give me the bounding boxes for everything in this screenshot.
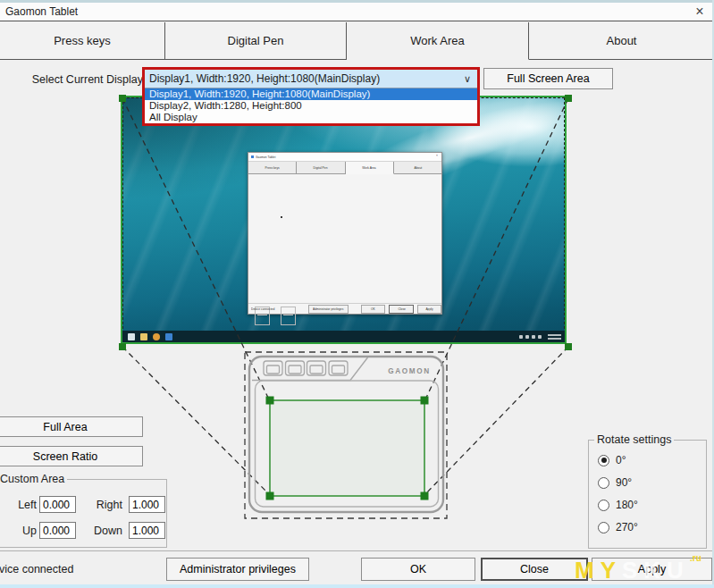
left-field[interactable] bbox=[39, 496, 76, 513]
mini-tab-press-keys: Press keys bbox=[248, 162, 297, 173]
tablet-selection-handles[interactable] bbox=[266, 397, 429, 500]
administrator-privileges-button[interactable]: Administrator privileges bbox=[166, 558, 309, 581]
tray-icon-1 bbox=[519, 335, 523, 339]
gaomon-tablet-window: { "window": { "title": "Gaomon Tablet", … bbox=[0, 0, 714, 588]
display-combobox[interactable]: Display1, Width:1920, Height:1080(MainDi… bbox=[145, 70, 477, 88]
mini-apply-button: Apply bbox=[417, 305, 441, 314]
system-tray bbox=[519, 334, 561, 340]
clock-icon bbox=[548, 334, 561, 340]
tab-press-keys[interactable]: Press keys bbox=[0, 22, 165, 60]
mini-app-icon bbox=[251, 155, 254, 158]
tablet-body-outline bbox=[249, 357, 443, 512]
mini-thumbnail-2 bbox=[281, 307, 296, 325]
mini-tab-digital-pen: Digital Pen bbox=[297, 162, 345, 173]
tray-app-blue-icon bbox=[165, 333, 172, 340]
tray-icon-4 bbox=[538, 335, 542, 339]
mini-window-title: Gaomon Tablet bbox=[256, 155, 275, 158]
mini-gaomon-dialog: Gaomon Tablet × Press keys Digital Pen W… bbox=[248, 152, 442, 315]
radio-90-icon[interactable] bbox=[598, 477, 609, 489]
cursor-dot bbox=[281, 216, 282, 218]
rotate-settings-label: Rotate settings bbox=[594, 433, 674, 446]
dropdown-option-all-display[interactable]: All Display bbox=[145, 112, 477, 123]
right-field[interactable] bbox=[129, 496, 165, 513]
footer-divider bbox=[0, 550, 714, 551]
mini-footer: Device connected Administrator privilege… bbox=[248, 303, 441, 314]
gaomon-logo: GAOMON bbox=[388, 367, 430, 375]
select-display-label: Select Current Display bbox=[0, 73, 143, 86]
tray-icon-2 bbox=[525, 335, 529, 339]
tablet-selection-rect[interactable] bbox=[270, 400, 424, 496]
express-keys-icon bbox=[264, 361, 348, 375]
tray-icon-3 bbox=[532, 335, 535, 339]
full-screen-area-button[interactable]: Full Screen Area bbox=[483, 68, 613, 89]
radio-270-icon[interactable] bbox=[598, 522, 609, 533]
mini-status-text: Device connected bbox=[251, 307, 274, 310]
mini-dialog-body bbox=[248, 174, 441, 303]
up-field-label: Up bbox=[13, 525, 37, 537]
tablet-dashed-frame bbox=[245, 352, 447, 518]
rotate-option-0[interactable]: 0° bbox=[598, 453, 626, 467]
window-title: Gaomon Tablet bbox=[5, 5, 78, 18]
mini-tab-about: About bbox=[394, 162, 441, 173]
monitor-preview[interactable]: Gaomon Tablet × Press keys Digital Pen W… bbox=[121, 96, 567, 344]
mini-admin-button: Administrator privileges bbox=[308, 305, 349, 314]
mini-tab-work-area: Work Area bbox=[346, 162, 394, 174]
display-combobox-value: Display1, Width:1920, Height:1080(MainDi… bbox=[149, 72, 380, 85]
rotate-option-180[interactable]: 180° bbox=[598, 498, 638, 512]
tab-about[interactable]: About bbox=[529, 22, 714, 60]
rotate-option-270[interactable]: 270° bbox=[598, 520, 638, 534]
mini-close-icon: × bbox=[436, 154, 438, 156]
title-bar: Gaomon Tablet × bbox=[0, 3, 714, 21]
mini-ok-button: OK bbox=[361, 305, 385, 314]
down-field[interactable] bbox=[129, 522, 165, 539]
tray-app-yellow-icon bbox=[153, 333, 160, 340]
mini-tab-bar: Press keys Digital Pen Work Area About bbox=[248, 162, 441, 174]
radio-0-icon[interactable] bbox=[598, 455, 609, 466]
tablet-keys-strip-line bbox=[252, 357, 368, 381]
folder-icon bbox=[140, 333, 147, 340]
down-field-label: Down bbox=[83, 525, 122, 537]
rotate-option-90[interactable]: 90° bbox=[598, 475, 632, 490]
dropdown-option-display1[interactable]: Display1, Width:1920, Height:1080(MainDi… bbox=[145, 88, 477, 100]
tab-work-area[interactable]: Work Area bbox=[347, 22, 529, 60]
mini-close-button: Close bbox=[389, 305, 414, 314]
display-dropdown-highlight-box: Display1, Width:1920, Height:1080(MainDi… bbox=[142, 67, 480, 126]
left-field-label: Left bbox=[13, 499, 37, 511]
ok-button[interactable]: OK bbox=[361, 558, 475, 581]
custom-area-label: Custom Area bbox=[0, 473, 67, 485]
custom-area-group: Custom Area Left Right Up Down bbox=[0, 479, 167, 548]
dropdown-option-display2[interactable]: Display2, Width:1280, Height:800 bbox=[145, 100, 477, 112]
mini-taskbar bbox=[122, 331, 565, 342]
tab-bar: Press keys Digital Pen Work Area About bbox=[0, 22, 714, 60]
display-dropdown-list: Display1, Width:1920, Height:1080(MainDi… bbox=[145, 88, 477, 123]
screenshot-bottom-edge bbox=[0, 584, 714, 588]
chevron-down-icon: ∨ bbox=[464, 70, 471, 88]
device-status-text: Device connected bbox=[0, 563, 73, 575]
rotate-settings-group: Rotate settings 0° 90° 180° 270° bbox=[588, 440, 707, 549]
close-button[interactable]: Close bbox=[481, 558, 588, 581]
close-window-button[interactable]: × bbox=[693, 3, 707, 21]
screenshot-top-edge bbox=[0, 0, 714, 3]
up-field[interactable] bbox=[39, 522, 76, 539]
tablet-active-area-outline bbox=[256, 381, 439, 507]
apply-button[interactable]: Apply bbox=[592, 558, 712, 581]
screen-ratio-button[interactable]: Screen Ratio bbox=[0, 446, 143, 466]
radio-180-icon[interactable] bbox=[598, 500, 609, 511]
right-field-label: Right bbox=[83, 499, 122, 511]
mini-title-bar: Gaomon Tablet × bbox=[248, 153, 441, 162]
full-area-button[interactable]: Full Area bbox=[0, 416, 143, 437]
tab-digital-pen[interactable]: Digital Pen bbox=[165, 22, 347, 60]
start-icon bbox=[128, 333, 135, 340]
